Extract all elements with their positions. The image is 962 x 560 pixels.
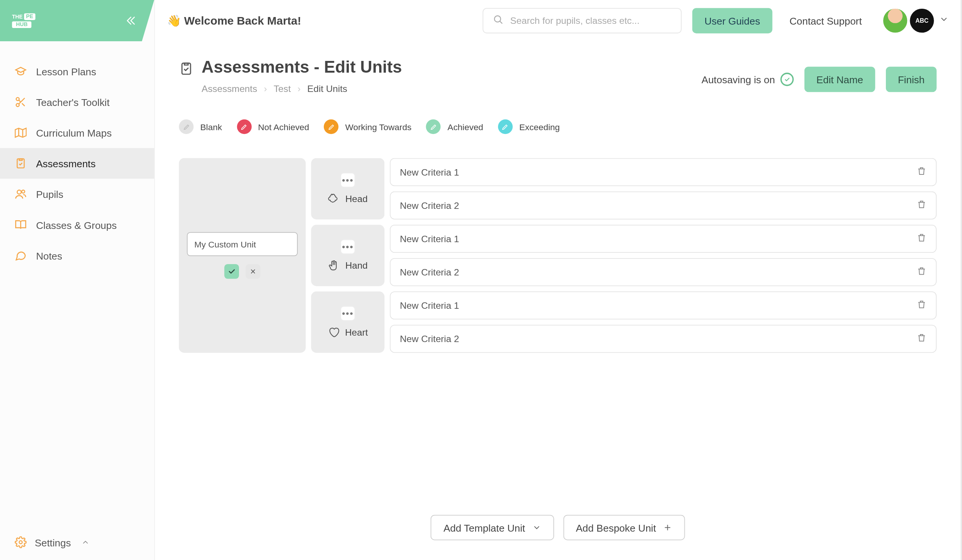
criteria-label: New Criteria 2	[400, 333, 459, 344]
sidebar-item-label: Lesson Plans	[36, 66, 96, 77]
legend-exceeding: Exceeding	[498, 119, 560, 134]
pencil-icon	[426, 119, 441, 134]
add-template-unit-button[interactable]: Add Template Unit	[431, 515, 554, 540]
finish-button[interactable]: Finish	[886, 67, 937, 92]
sidebar-item-teachers-toolkit[interactable]: Teacher's Toolkit	[0, 87, 154, 117]
svg-point-1	[16, 104, 19, 107]
book-open-icon	[15, 219, 27, 231]
legend-label: Blank	[200, 122, 222, 132]
edit-name-button[interactable]: Edit Name	[804, 67, 875, 92]
trash-icon[interactable]	[917, 299, 926, 311]
legend-not-achieved: Not Achieved	[237, 119, 309, 134]
trash-icon[interactable]	[917, 200, 926, 211]
sidebar-item-notes[interactable]: Notes	[0, 240, 154, 271]
criteria-label: New Criteria 2	[400, 267, 459, 277]
breadcrumb-test[interactable]: Test	[274, 83, 291, 94]
brand-word-the: THE	[12, 14, 23, 20]
criteria-row[interactable]: New Criteria 1	[390, 225, 937, 253]
sidebar-item-curriculum-maps[interactable]: Curriculum Maps	[0, 117, 154, 148]
unit-name-input[interactable]	[187, 232, 298, 256]
topbar: 👋 Welcome Back Marta! User Guides Contac…	[155, 0, 960, 41]
svg-point-4	[22, 190, 24, 193]
criteria-label: New Criteria 1	[400, 167, 459, 177]
criteria-label: New Criteria 2	[400, 200, 459, 211]
section-name: Heart	[328, 326, 368, 338]
section-card-heart: ••• Heart	[311, 291, 384, 352]
confirm-button[interactable]	[224, 264, 239, 279]
nav: Lesson Plans Teacher's Toolkit Curriculu…	[0, 41, 154, 524]
criteria-row[interactable]: New Criteria 2	[390, 191, 937, 219]
autosave-label: Autosaving is on	[701, 74, 775, 85]
header-actions: Autosaving is on Edit Name Finish	[701, 67, 937, 92]
section-name: Hand	[328, 259, 368, 272]
brand-word-hub: HUB	[12, 21, 32, 28]
breadcrumb-assessments[interactable]: Assessments	[202, 83, 257, 94]
criteria-row[interactable]: New Criteria 2	[390, 325, 937, 352]
search-input-wrapper[interactable]	[483, 8, 682, 33]
sidebar-item-classes-groups[interactable]: Classes & Groups	[0, 209, 154, 240]
criteria-group-head: New Criteria 1 New Criteria 2	[390, 158, 937, 219]
section-label: Head	[345, 193, 368, 204]
criteria-row[interactable]: New Criteria 1	[390, 158, 937, 186]
sidebar-item-lesson-plans[interactable]: Lesson Plans	[0, 56, 154, 87]
sidebar-item-label: Notes	[36, 250, 62, 261]
bottom-actions: Add Template Unit Add Bespoke Unit	[179, 499, 937, 560]
trash-icon[interactable]	[917, 333, 926, 345]
map-icon	[15, 127, 27, 139]
chevron-down-icon	[939, 15, 949, 27]
sidebar: THE PE HUB Lesson Plans Teacher's Tool	[0, 0, 155, 560]
criteria-group-hand: New Criteria 1 New Criteria 2	[390, 225, 937, 286]
section-card-head: ••• Head	[311, 158, 384, 219]
criteria-row[interactable]: New Criteria 2	[390, 258, 937, 286]
brand-word-pe: PE	[24, 13, 35, 20]
legend-label: Achieved	[448, 122, 483, 132]
avatar	[883, 9, 907, 32]
account-switcher[interactable]: ABC	[883, 9, 949, 32]
autosave-status: Autosaving is on	[701, 72, 794, 86]
contact-support-link[interactable]: Contact Support	[783, 15, 868, 26]
hand-icon	[328, 259, 340, 272]
sidebar-item-pupils[interactable]: Pupils	[0, 179, 154, 209]
graduation-cap-icon	[15, 66, 27, 77]
section-label: Hand	[345, 260, 368, 270]
trash-icon[interactable]	[917, 166, 926, 178]
legend-label: Not Achieved	[258, 122, 309, 132]
criteria-row[interactable]: New Criteria 1	[390, 291, 937, 319]
trash-icon[interactable]	[917, 233, 926, 245]
brain-icon	[328, 193, 340, 205]
trash-icon[interactable]	[917, 266, 926, 278]
plus-icon	[663, 523, 672, 533]
pencil-icon	[179, 119, 194, 134]
sidebar-item-label: Assessments	[36, 158, 95, 169]
users-icon	[15, 188, 27, 200]
heart-icon	[328, 326, 340, 338]
user-guides-button[interactable]: User Guides	[692, 8, 772, 33]
more-button[interactable]: •••	[341, 240, 355, 254]
scissors-icon	[15, 96, 27, 108]
legend-label: Exceeding	[519, 122, 560, 132]
add-bespoke-unit-button[interactable]: Add Bespoke Unit	[563, 515, 685, 540]
more-button[interactable]: •••	[341, 306, 355, 321]
legend-achieved: Achieved	[426, 119, 483, 134]
sidebar-collapse-button[interactable]	[125, 15, 137, 29]
breadcrumb-current: Edit Units	[307, 83, 347, 94]
sidebar-item-label: Classes & Groups	[36, 219, 117, 230]
cancel-button[interactable]	[246, 264, 261, 279]
check-circle-icon	[780, 72, 794, 86]
search-icon	[493, 14, 504, 27]
more-button[interactable]: •••	[341, 173, 355, 188]
main: 👋 Welcome Back Marta! User Guides Contac…	[155, 0, 962, 560]
legend-working-towards: Working Towards	[324, 119, 411, 134]
unit-name-actions	[224, 264, 260, 279]
sidebar-settings[interactable]: Settings	[0, 524, 154, 560]
search-input[interactable]	[510, 16, 672, 26]
sidebar-item-assessments[interactable]: Assessments	[0, 148, 154, 179]
welcome-message: 👋 Welcome Back Marta!	[167, 14, 302, 27]
criteria-label: New Criteria 1	[400, 300, 459, 311]
section-name: Head	[328, 193, 368, 205]
pencil-icon	[237, 119, 252, 134]
sidebar-item-label: Pupils	[36, 188, 63, 200]
brand-logo[interactable]: THE PE HUB	[12, 10, 73, 31]
legend-blank: Blank	[179, 119, 222, 134]
svg-point-3	[17, 190, 21, 194]
